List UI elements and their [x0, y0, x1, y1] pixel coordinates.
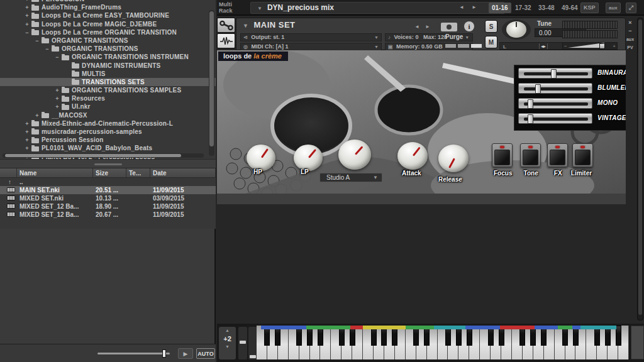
knob-label: Attack: [402, 170, 421, 177]
tree-item[interactable]: +AudioThing_FrameDrums: [0, 3, 216, 11]
instrument-prev-button[interactable]: ◄: [414, 24, 419, 30]
tree-item[interactable]: +Loops De La Creme EASY_TAMBOURINE: [0, 11, 216, 19]
tree-vertical-scrollbar[interactable]: [209, 10, 214, 156]
multi-name-dropdown[interactable]: ▼DYN_precious mix: [250, 2, 505, 14]
rack-page-tab[interactable]: 33-48: [535, 3, 558, 13]
instrument-title[interactable]: ▼MAIN SET: [243, 20, 296, 30]
focus-button[interactable]: [492, 143, 513, 167]
attack-knob[interactable]: [397, 142, 428, 170]
file-column-header[interactable]: Date: [150, 168, 216, 178]
file-column-header[interactable]: Name: [17, 168, 93, 178]
file-row[interactable]: MIXED SET.nki10.13 ...03/09/2015: [0, 194, 216, 202]
tree-hscroll-thumb[interactable]: [5, 154, 181, 157]
tree-item[interactable]: DYNAMIC INSTRUMENTS: [0, 62, 216, 70]
tree-item[interactable]: +Loops De La Creme MAGIC_DJEMBE: [0, 20, 216, 28]
pitch-wheel[interactable]: [238, 327, 247, 359]
mute-button[interactable]: M: [485, 36, 497, 48]
instrument-header: ▼MAIN SET ◄ ► i ⊲ Output: st. 1 ▼ ◎ MIDI…: [236, 18, 626, 50]
tree-item[interactable]: +ORGANIC TRANSITIONS SAMPLES: [0, 86, 216, 94]
tree-item[interactable]: +Percussion Session: [0, 136, 216, 144]
limiter-button[interactable]: [572, 143, 593, 167]
knob-pointer: [355, 146, 363, 155]
lp-knob[interactable]: [294, 145, 323, 171]
output-select[interactable]: ⊲ Output: st. 1 ▼: [240, 33, 382, 41]
mic-slider-handle[interactable]: [535, 84, 541, 94]
tree-item[interactable]: +UI.nkr: [0, 102, 216, 111]
instrument-close-button[interactable]: ×: [625, 19, 636, 27]
keyboard-transpose-control[interactable]: ▲ +2 ▼: [219, 327, 236, 359]
instrument-aux-button[interactable]: aux: [625, 35, 636, 43]
instrument-pv-button[interactable]: PV: [625, 43, 636, 52]
instrument-minimize-button[interactable]: −: [625, 27, 636, 35]
file-row[interactable]: MIXED SET_12 Ba...18.90 ...11/09/2015: [0, 202, 216, 211]
tree-item[interactable]: +musicradar-percussion-samples: [0, 128, 216, 136]
file-tempo: [126, 186, 150, 194]
tree-item[interactable]: +__MACOSX: [0, 111, 216, 119]
browser-splitter[interactable]: [0, 159, 216, 168]
led-indicator: [580, 146, 585, 148]
rack-scrollbar[interactable]: [637, 18, 643, 321]
resize-view-button[interactable]: ⤢: [626, 3, 636, 13]
instrument-next-button[interactable]: ►: [425, 24, 430, 30]
rack-page-tab[interactable]: 17-32: [512, 3, 535, 13]
purge-menu[interactable]: Purge ▼: [445, 33, 480, 40]
tree-vscroll-thumb[interactable]: [209, 11, 214, 146]
mic-slider[interactable]: [518, 83, 592, 94]
piano-keyboard[interactable]: [257, 326, 629, 359]
transpose-down-button[interactable]: ▼: [219, 343, 236, 351]
file-row[interactable]: ↑..: [0, 178, 216, 186]
mic-slider-handle[interactable]: [528, 114, 533, 124]
tree-item[interactable]: +PL0101_WAV_ACID_Babylon_Beats: [0, 144, 216, 152]
pan-center-marker[interactable]: ◂▸: [539, 43, 548, 49]
mic-slider-handle[interactable]: [551, 69, 557, 79]
mic-slider[interactable]: [518, 113, 592, 124]
mic-slider-handle[interactable]: [528, 99, 533, 109]
room-knob[interactable]: [338, 140, 371, 170]
tree-item[interactable]: −Loops De La Creme ORGANIC TRANSITION: [0, 28, 216, 36]
release-knob[interactable]: [438, 145, 469, 172]
file-column-header[interactable]: Te...: [126, 168, 150, 178]
multi-prev-button[interactable]: ◄: [459, 4, 464, 10]
audition-volume-handle[interactable]: [162, 349, 166, 358]
tree-item[interactable]: −ORGANIC TRANSITIONS INSTRUMEN: [0, 53, 216, 61]
rack-page-tab[interactable]: 01-16: [489, 3, 511, 13]
aux-button[interactable]: aux: [606, 3, 621, 13]
tree-item[interactable]: TRANSITIONS SETS: [0, 78, 216, 86]
instrument-icon-button[interactable]: [217, 33, 235, 48]
instrument-edit-button[interactable]: [217, 18, 235, 33]
multi-next-button[interactable]: ►: [472, 4, 477, 10]
audition-auto-button[interactable]: AUTO: [196, 348, 215, 359]
tree-item[interactable]: +Resources: [0, 94, 216, 102]
tune-knob[interactable]: [502, 19, 531, 40]
transpose-up-button[interactable]: ▲: [219, 327, 236, 334]
mic-slider[interactable]: [518, 68, 592, 79]
tree-item[interactable]: MULTIS: [0, 70, 216, 78]
mic-slider[interactable]: [518, 98, 592, 109]
snapshot-camera-button[interactable]: [441, 23, 457, 31]
ksp-button[interactable]: KSP: [580, 3, 599, 13]
tree-horizontal-scrollbar[interactable]: [3, 153, 204, 158]
room-select[interactable]: Studio A ▼: [319, 173, 382, 182]
solo-button[interactable]: S: [485, 20, 497, 33]
file-row[interactable]: MAIN SET.nki20.51 ...11/09/2015: [0, 186, 216, 194]
tree-item[interactable]: +Mixed-Ethnic-and-Cinematic-Percussion-L: [0, 119, 216, 128]
file-column-header[interactable]: [0, 168, 17, 178]
hp-knob[interactable]: [247, 145, 275, 171]
tree-item[interactable]: −ORGANIC TRANSITIONS: [0, 36, 216, 45]
volume-handle[interactable]: [599, 43, 605, 49]
file-row[interactable]: MIXED SET_12 Ba...20.67 ...11/09/2015: [0, 211, 216, 219]
volume-slider[interactable]: − +: [562, 42, 618, 50]
rack-scrollbar-thumb[interactable]: [638, 19, 642, 315]
folder-icon: [31, 30, 39, 35]
file-column-header[interactable]: Size: [93, 168, 126, 178]
fx-button[interactable]: [547, 143, 568, 167]
tree-item[interactable]: −ORGANIC TRANSITIONS: [0, 45, 216, 53]
black-key[interactable]: [616, 326, 621, 346]
tone-button[interactable]: [520, 143, 541, 167]
mod-wheel[interactable]: [248, 327, 257, 359]
audition-play-button[interactable]: ▶: [178, 348, 193, 359]
multi-rack-bar: MultiRack ▼DYN_precious mix ◄ ► 01-1617-…: [217, 0, 644, 16]
rack-page-tab[interactable]: 49-64: [558, 3, 581, 13]
audition-volume-slider[interactable]: [97, 353, 170, 354]
info-button[interactable]: i: [464, 21, 474, 31]
